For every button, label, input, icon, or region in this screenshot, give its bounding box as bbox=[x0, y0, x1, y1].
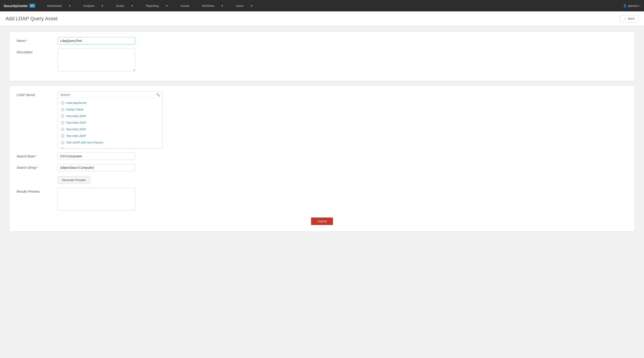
radio-icon bbox=[61, 148, 64, 148]
ldap-list-item[interactable]: Test Add LDAP bbox=[58, 113, 162, 119]
chevron-down-icon: ▾ bbox=[98, 0, 106, 11]
results-preview-box bbox=[58, 188, 135, 211]
search-icon: 🔍 bbox=[156, 93, 160, 97]
page-header: Add LDAP Query Asset ← Back bbox=[0, 11, 644, 26]
radio-icon bbox=[61, 128, 64, 131]
radio-icon bbox=[61, 134, 64, 138]
nav-item-users[interactable]: Users ▾ bbox=[230, 0, 259, 11]
user-menu[interactable]: 👤 qahead ▾ bbox=[623, 4, 640, 7]
chevron-down-icon: ▾ bbox=[248, 0, 256, 11]
chevron-down-icon: ▾ bbox=[218, 0, 226, 11]
radio-icon bbox=[61, 108, 64, 111]
chevron-down-icon: ▾ bbox=[639, 4, 640, 7]
brand-logo-badge: SC bbox=[30, 4, 35, 8]
nav-link-reporting[interactable]: Reporting ▾ bbox=[140, 0, 174, 11]
description-textarea[interactable] bbox=[58, 48, 135, 71]
search-string-row: Search String* bbox=[17, 164, 627, 171]
radio-icon bbox=[61, 101, 64, 104]
radio-icon bbox=[61, 141, 64, 144]
nav-item-analysis[interactable]: Analysis ▾ bbox=[77, 0, 110, 11]
nav-link-analysis[interactable]: Analysis ▾ bbox=[77, 0, 110, 11]
ldap-list-item[interactable]: testbool bbox=[58, 146, 162, 148]
back-button[interactable]: ← Back bbox=[620, 15, 638, 22]
ldap-list-item[interactable]: newLdapServer bbox=[58, 99, 162, 106]
ldap-list-item[interactable]: Test Add LDAP bbox=[58, 133, 162, 139]
ldap-config-card: LDAP Server 🔍 newLdapServerSanity CheckT… bbox=[9, 86, 635, 232]
search-base-label: Search Base* bbox=[17, 153, 58, 158]
required-indicator: * bbox=[26, 39, 27, 42]
name-input[interactable] bbox=[58, 37, 135, 44]
nav-item-reporting[interactable]: Reporting ▾ bbox=[140, 0, 174, 11]
chevron-down-icon: ▾ bbox=[128, 0, 136, 11]
nav-menu: Dashboard ▾ Analysis ▾ Scans ▾ Reporting… bbox=[41, 0, 623, 11]
submit-button[interactable]: Submit bbox=[311, 218, 333, 225]
description-label: Description bbox=[17, 48, 58, 54]
ldap-item-label: Test LDAP with new Params bbox=[66, 141, 104, 144]
brand-logo-link[interactable]: SecurityCenter SC bbox=[4, 4, 35, 8]
ldap-list-item[interactable]: Test Add LDAP bbox=[58, 119, 162, 126]
user-icon: 👤 bbox=[623, 4, 627, 7]
ldap-list-item[interactable]: Test LDAP with new Params bbox=[58, 139, 162, 146]
name-row: Name* bbox=[17, 37, 627, 44]
username: qahead bbox=[628, 4, 638, 7]
page-body: Name* Description LDAP Server 🔍 newLdapS… bbox=[0, 26, 644, 358]
arrow-left-icon: ← bbox=[624, 17, 627, 20]
required-indicator: * bbox=[35, 154, 36, 158]
page-title: Add LDAP Query Asset bbox=[6, 16, 58, 22]
ldap-server-label: LDAP Server bbox=[17, 91, 58, 97]
search-string-input[interactable] bbox=[58, 164, 135, 171]
chevron-down-icon: ▾ bbox=[163, 0, 171, 11]
generate-preview-button[interactable]: Generate Preview bbox=[58, 176, 90, 184]
ldap-server-list: newLdapServerSanity CheckTest Add LDAPTe… bbox=[58, 98, 162, 148]
ldap-search-header: 🔍 bbox=[58, 91, 162, 98]
nav-item-scans[interactable]: Scans ▾ bbox=[110, 0, 140, 11]
ldap-item-label: Test Add LDAP bbox=[66, 134, 86, 138]
ldap-item-label: Test Add LDAP bbox=[66, 127, 86, 131]
ldap-item-label: Test Add LDAP bbox=[66, 121, 86, 124]
navbar: SecurityCenter SC Dashboard ▾ Analysis ▾… bbox=[0, 0, 644, 11]
ldap-list-item[interactable]: Sanity Check bbox=[58, 106, 162, 113]
nav-item-dashboard[interactable]: Dashboard ▾ bbox=[41, 0, 77, 11]
nav-link-dashboard[interactable]: Dashboard ▾ bbox=[41, 0, 77, 11]
ldap-item-label: Sanity Check bbox=[66, 108, 84, 111]
radio-icon bbox=[61, 115, 64, 118]
generate-preview-row: Generate Preview bbox=[58, 175, 627, 184]
name-description-card: Name* Description bbox=[9, 31, 635, 81]
ldap-server-row: LDAP Server 🔍 newLdapServerSanity CheckT… bbox=[17, 91, 627, 148]
name-label: Name* bbox=[17, 37, 58, 42]
ldap-item-label: testbool bbox=[66, 147, 76, 148]
nav-item-workflow[interactable]: Workflow ▾ bbox=[196, 0, 230, 11]
nav-link-workflow[interactable]: Workflow ▾ bbox=[196, 0, 230, 11]
nav-link-assets[interactable]: Assets bbox=[174, 0, 196, 11]
ldap-list-item[interactable]: Test Add LDAP bbox=[58, 126, 162, 133]
ldap-server-dropdown: 🔍 newLdapServerSanity CheckTest Add LDAP… bbox=[58, 91, 162, 148]
chevron-down-icon: ▾ bbox=[66, 0, 74, 11]
search-string-label: Search String* bbox=[17, 164, 58, 169]
brand-name: SecurityCenter bbox=[4, 4, 28, 8]
search-base-row: Search Base* bbox=[17, 153, 627, 160]
nav-item-assets[interactable]: Assets bbox=[174, 0, 196, 11]
results-preview-row: Results Preview bbox=[17, 188, 627, 211]
form-actions: Submit bbox=[17, 215, 627, 226]
radio-icon bbox=[61, 121, 64, 124]
nav-link-users[interactable]: Users ▾ bbox=[230, 0, 259, 11]
required-indicator: * bbox=[36, 166, 38, 169]
ldap-item-label: Test Add LDAP bbox=[66, 114, 86, 118]
ldap-search-input[interactable] bbox=[60, 93, 156, 97]
nav-link-scans[interactable]: Scans ▾ bbox=[110, 0, 140, 11]
results-preview-label: Results Preview bbox=[17, 188, 58, 193]
search-base-input[interactable] bbox=[58, 153, 135, 160]
ldap-item-label: newLdapServer bbox=[66, 101, 87, 104]
description-row: Description bbox=[17, 48, 627, 71]
